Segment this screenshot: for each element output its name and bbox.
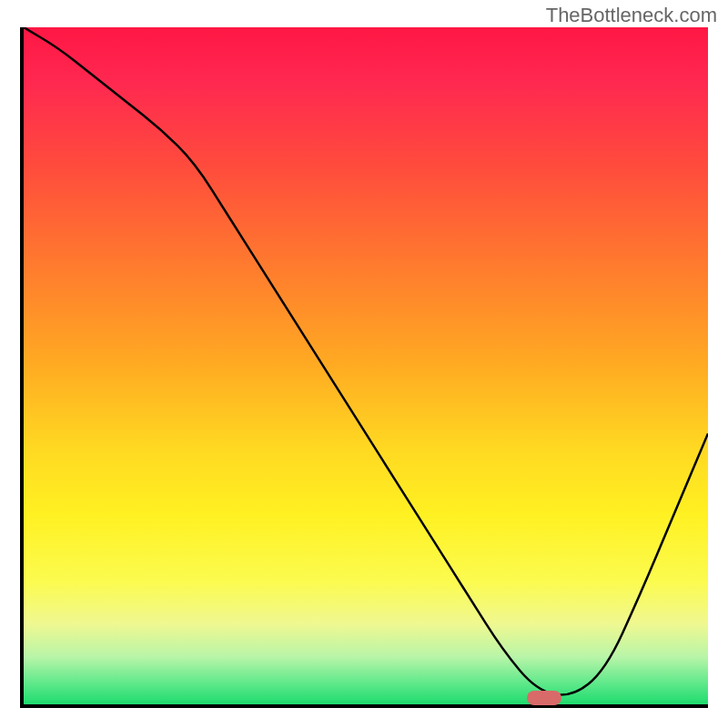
chart-container: TheBottleneck.com	[0, 0, 728, 728]
curve-svg	[24, 27, 708, 704]
plot-area	[20, 27, 708, 708]
bottleneck-curve-path	[24, 27, 708, 695]
watermark-text: TheBottleneck.com	[546, 4, 717, 27]
optimum-marker	[527, 691, 561, 705]
